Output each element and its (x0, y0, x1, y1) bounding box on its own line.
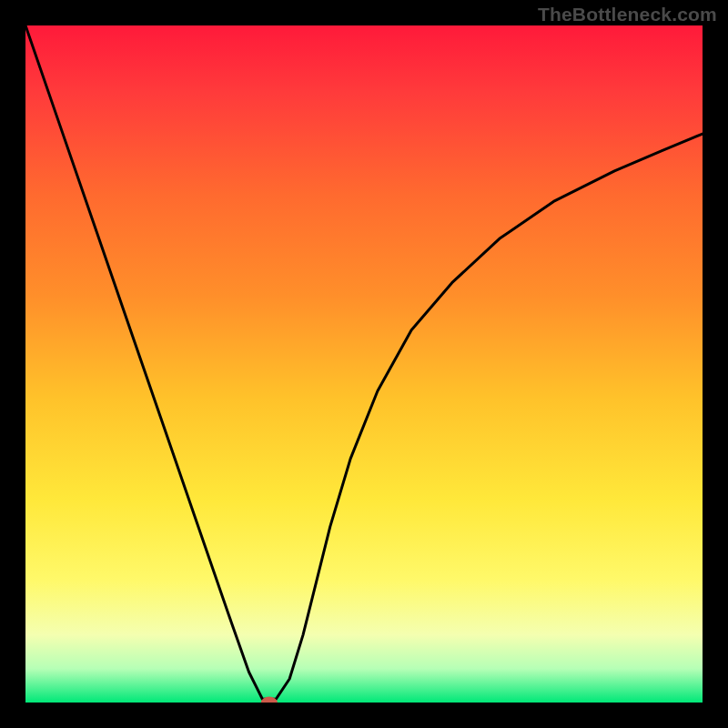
chart-frame: TheBottleneck.com (0, 0, 728, 728)
watermark-text: TheBottleneck.com (538, 4, 717, 25)
chart-svg (25, 25, 703, 703)
gradient-background (25, 25, 703, 703)
plot-area (25, 25, 703, 703)
